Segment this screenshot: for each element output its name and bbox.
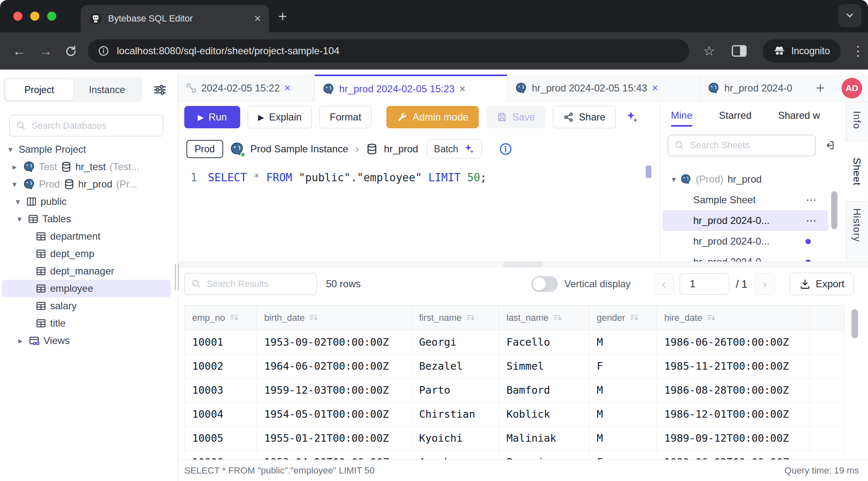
table-cell[interactable]: Preusig xyxy=(499,450,589,460)
database-search-input[interactable] xyxy=(31,120,157,131)
table-cell[interactable]: Bamford xyxy=(499,378,589,402)
sheet-tab-4[interactable]: hr_prod 2024-0 xyxy=(700,75,809,101)
caret-down-icon[interactable]: ▾ xyxy=(6,144,15,154)
user-avatar[interactable]: AD xyxy=(841,78,862,99)
table-cell[interactable]: 10005 xyxy=(185,426,257,450)
tree-item-public-schema[interactable]: ▾ public xyxy=(0,193,178,210)
batch-button[interactable]: Batch xyxy=(427,139,482,159)
table-cell[interactable]: Kyoichi xyxy=(412,426,499,450)
table-cell[interactable]: Bezalel xyxy=(412,354,499,378)
sheets-tab-mine[interactable]: Mine xyxy=(671,102,692,129)
close-sheet-icon[interactable]: × xyxy=(652,82,658,94)
vertical-display-toggle[interactable] xyxy=(531,276,558,292)
tree-item-hr-test[interactable]: ▸ Test hr_test (Test... xyxy=(0,158,178,176)
caret-down-icon[interactable]: ▾ xyxy=(672,174,676,184)
save-button[interactable]: Save xyxy=(486,106,545,128)
site-info-icon[interactable] xyxy=(98,45,109,57)
sheet-menu-icon[interactable]: ⋯ xyxy=(806,214,817,227)
tree-item-dept-emp[interactable]: dept_emp xyxy=(0,245,178,262)
table-cell[interactable]: Georgi xyxy=(412,330,499,354)
side-tab-history[interactable]: History xyxy=(851,208,863,262)
column-header-emp-no[interactable]: emp_no xyxy=(185,305,257,330)
sort-icon[interactable] xyxy=(466,313,476,323)
back-button[interactable]: ← xyxy=(12,43,27,59)
minimize-window-button[interactable] xyxy=(30,12,39,21)
sheet-item-sample[interactable]: Sample Sheet ⋯ xyxy=(660,190,846,210)
table-cell[interactable]: Koblick xyxy=(499,402,589,426)
column-header-last-name[interactable]: last_name xyxy=(499,305,589,330)
pane-divider[interactable] xyxy=(178,262,868,267)
table-cell[interactable]: Maliniak xyxy=(499,426,589,450)
editor-scrollbar-thumb[interactable] xyxy=(646,166,651,178)
zoom-window-button[interactable] xyxy=(47,12,56,21)
tree-item-hr-prod[interactable]: ▾ Prod hr_prod (Pr... xyxy=(0,176,178,193)
table-cell[interactable]: 1986-08-28T00:00:00Z xyxy=(657,378,810,402)
close-tab-icon[interactable]: × xyxy=(254,13,261,24)
tree-item-salary[interactable]: salary xyxy=(0,297,178,315)
table-cell[interactable]: 1989-09-12T00:00:00Z xyxy=(657,426,810,450)
table-cell[interactable]: Facello xyxy=(499,330,589,354)
table-cell[interactable]: Chirstian xyxy=(412,402,499,426)
table-cell[interactable]: Parto xyxy=(412,378,499,402)
page-input[interactable] xyxy=(680,273,729,295)
sort-icon[interactable] xyxy=(706,313,716,323)
forward-button[interactable]: → xyxy=(38,43,53,59)
table-cell[interactable]: M xyxy=(589,378,657,402)
import-sheet-icon[interactable] xyxy=(824,139,835,152)
column-header-first-name[interactable]: first_name xyxy=(412,305,499,330)
caret-right-icon[interactable]: ▸ xyxy=(16,336,25,346)
address-bar[interactable]: localhost:8080/sql-editor/sheet/project-… xyxy=(88,39,689,63)
table-row[interactable]: 100031959-12-03T00:00:00ZPartoBamfordM19… xyxy=(185,378,845,402)
sheets-scrollbar-thumb[interactable] xyxy=(831,191,837,229)
tree-item-department[interactable]: department xyxy=(0,228,178,245)
table-cell[interactable]: 1955-01-21T00:00:00Z xyxy=(257,426,412,450)
table-cell[interactable]: 1953-09-02T00:00:00Z xyxy=(257,330,412,354)
new-tab-button[interactable]: + xyxy=(278,9,287,24)
browser-menu-icon[interactable]: ⋮ xyxy=(851,43,865,59)
browser-tab[interactable]: Bytebase SQL Editor × xyxy=(81,5,269,32)
table-cell[interactable]: 1959-12-03T00:00:00Z xyxy=(257,378,412,402)
sort-icon[interactable] xyxy=(629,313,639,323)
sheet-item-3[interactable]: hr_prod 2024-0... xyxy=(660,231,846,252)
sheet-menu-icon[interactable]: ⋯ xyxy=(806,194,817,207)
table-cell[interactable]: 1985-11-21T00:00:00Z xyxy=(657,354,810,378)
tree-item-dept-manager[interactable]: dept_manager xyxy=(0,262,178,280)
table-cell[interactable]: 1953-04-20T00:00:00Z xyxy=(257,450,412,460)
ai-assistant-button[interactable] xyxy=(624,110,639,125)
table-cell[interactable]: 10004 xyxy=(185,402,257,426)
table-cell[interactable]: 10002 xyxy=(185,354,257,378)
format-button[interactable]: Format xyxy=(319,106,371,128)
column-header-birth-date[interactable]: birth_date xyxy=(257,305,412,330)
table-cell[interactable]: 10003 xyxy=(185,378,257,402)
table-row[interactable]: 100021964-06-02T00:00:00ZBezalelSimmelF1… xyxy=(185,354,845,378)
sheet-tab-active[interactable]: hr_prod 2024-02-05 15:23 × xyxy=(315,75,507,102)
sheets-tab-shared[interactable]: Shared w xyxy=(778,102,820,129)
table-row[interactable]: 100051955-01-21T00:00:00ZKyoichiMaliniak… xyxy=(185,426,845,450)
table-cell[interactable]: F xyxy=(589,354,657,378)
close-sheet-icon[interactable]: × xyxy=(459,82,465,95)
filter-settings-icon[interactable] xyxy=(153,83,167,99)
table-cell[interactable]: M xyxy=(589,330,657,354)
side-tab-info[interactable]: Info xyxy=(851,111,863,132)
sort-icon[interactable] xyxy=(553,313,563,323)
table-cell[interactable]: Simmel xyxy=(499,354,589,378)
table-cell[interactable]: M xyxy=(589,402,657,426)
table-cell[interactable]: Anneke xyxy=(412,450,499,460)
sheets-search-input[interactable] xyxy=(690,140,809,151)
caret-down-icon[interactable]: ▾ xyxy=(15,214,24,224)
sheet-item-4[interactable]: hr_prod 2024-0... xyxy=(660,252,846,262)
sheet-item-selected[interactable]: hr_prod 2024-0... ⋯ xyxy=(663,210,828,231)
tree-item-employee[interactable]: employee xyxy=(2,280,171,297)
table-row[interactable]: 100061953-04-20T00:00:00ZAnnekePreusigF1… xyxy=(185,450,845,460)
tree-item-tables[interactable]: ▾ Tables xyxy=(0,210,178,228)
sheet-group-hr-prod[interactable]: ▾ (Prod) hr_prod xyxy=(660,169,846,190)
results-search-input[interactable] xyxy=(207,279,310,289)
side-tab-sheet[interactable]: Sheet xyxy=(845,141,868,202)
bookmark-star-icon[interactable]: ☆ xyxy=(703,43,715,59)
tab-search-button[interactable] xyxy=(838,4,861,27)
share-button[interactable]: Share xyxy=(553,106,616,128)
tree-item-title[interactable]: title xyxy=(0,315,178,332)
table-cell[interactable]: 1989-06-02T00:00:00Z xyxy=(657,450,810,460)
next-page-button[interactable]: › xyxy=(755,273,775,295)
table-cell[interactable]: F xyxy=(589,450,657,460)
